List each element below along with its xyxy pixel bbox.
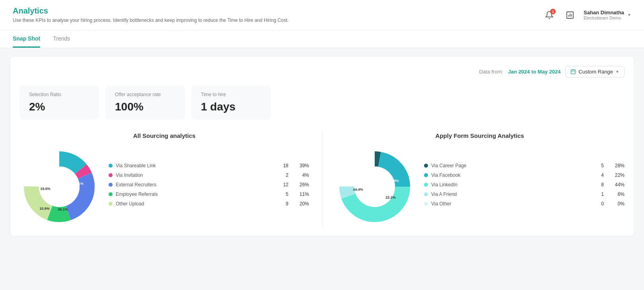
kpi-selection-ratio: Selection Ratio 2% bbox=[19, 85, 99, 120]
kpi-selection-ratio-label: Selection Ratio bbox=[29, 92, 89, 97]
legend-dot bbox=[424, 164, 428, 168]
chevron-down-icon: ▼ bbox=[627, 13, 631, 17]
legend-pct: 22% bbox=[610, 172, 625, 178]
legend-dot bbox=[424, 183, 428, 187]
legend-item: Via A Friend 1 6% bbox=[424, 191, 625, 197]
legend-dot bbox=[109, 192, 113, 196]
legend-count: 12 bbox=[276, 182, 288, 188]
legend-dot bbox=[424, 192, 428, 196]
legend-pct: 39% bbox=[295, 163, 309, 168]
apply-form-sourcing-title: Apply Form Sourcing Analytics bbox=[335, 132, 625, 139]
apply-form-sourcing-content: 27.8% 22.2% 44.4% Via Career Page 5 28% bbox=[335, 147, 625, 226]
legend-dot bbox=[424, 202, 428, 206]
kpi-time-to-hire-value: 1 days bbox=[201, 101, 261, 113]
user-company: Electrobeam Demo bbox=[584, 15, 624, 20]
custom-range-label: Custom Range bbox=[578, 69, 613, 75]
legend-count: 1 bbox=[592, 191, 604, 197]
legend-count: 8 bbox=[592, 182, 604, 188]
all-sourcing-section: All Sourcing analytics bbox=[19, 132, 309, 226]
apply-form-sourcing-donut: 27.8% 22.2% 44.4% bbox=[335, 147, 414, 226]
legend-label: Via Other bbox=[431, 201, 592, 207]
legend-count: 9 bbox=[276, 201, 288, 207]
kpi-selection-ratio-value: 2% bbox=[29, 101, 89, 113]
apply-form-sourcing-section: Apply Form Sourcing Analytics bbox=[335, 132, 625, 226]
legend-item: Via Other 0 0% bbox=[424, 201, 625, 207]
legend-count: 2 bbox=[276, 172, 288, 178]
legend-item: Via Invitation 2 4% bbox=[109, 172, 309, 178]
notification-bell[interactable]: 1 bbox=[542, 8, 556, 22]
all-sourcing-chart-svg: 39.1% 26.1% 10.9% 19.6% bbox=[19, 147, 99, 226]
all-sourcing-title: All Sourcing analytics bbox=[19, 132, 309, 139]
legend-label: Via Facebook bbox=[431, 172, 592, 178]
legend-pct: 26% bbox=[295, 182, 309, 188]
legend-item: Other Upload 9 20% bbox=[109, 201, 309, 207]
main-content: Data from: Jan 2024 to May 2024 Custom R… bbox=[0, 48, 644, 244]
header-right: 1 Sahan Dimnatha Electrobeam Demo ▼ bbox=[542, 8, 631, 22]
legend-label: Via Invitation bbox=[116, 172, 276, 178]
svg-text:27.8%: 27.8% bbox=[389, 179, 399, 183]
page-title: Analytics bbox=[13, 6, 289, 15]
charts-row: All Sourcing analytics bbox=[19, 132, 625, 226]
legend-item: Via Facebook 4 22% bbox=[424, 172, 625, 178]
legend-item: Via LinkedIn 8 44% bbox=[424, 182, 625, 188]
kpi-row: Selection Ratio 2% Offer acceptance rate… bbox=[19, 85, 625, 120]
notification-badge: 1 bbox=[550, 9, 556, 14]
header-description: Use these KPIs to analyse your hiring pr… bbox=[13, 17, 289, 24]
legend-dot bbox=[109, 183, 113, 187]
legend-label: Via LinkedIn bbox=[431, 182, 592, 188]
all-sourcing-content: 39.1% 26.1% 10.9% 19.6% Via Shareable Li… bbox=[19, 147, 309, 226]
legend-item: Via Shareable Link 18 39% bbox=[109, 163, 309, 168]
svg-text:10.9%: 10.9% bbox=[39, 207, 50, 211]
user-name: Sahan Dimnatha bbox=[584, 10, 624, 15]
kpi-time-to-hire: Time to hire 1 days bbox=[191, 85, 271, 120]
apply-form-sourcing-legend: Via Career Page 5 28% Via Facebook 4 22% bbox=[424, 163, 625, 211]
legend-pct: 11% bbox=[295, 191, 309, 197]
all-sourcing-legend: Via Shareable Link 18 39% Via Invitation… bbox=[109, 163, 309, 211]
svg-rect-1 bbox=[571, 70, 576, 74]
chart-bar-icon bbox=[566, 11, 574, 19]
user-menu[interactable]: Sahan Dimnatha Electrobeam Demo ▼ bbox=[584, 10, 631, 20]
legend-label: Via Career Page bbox=[431, 163, 592, 168]
legend-pct: 4% bbox=[295, 172, 309, 178]
legend-dot bbox=[109, 164, 113, 168]
svg-text:22.2%: 22.2% bbox=[385, 195, 396, 199]
data-from-label: Data from: bbox=[479, 69, 503, 75]
legend-item: Via Career Page 5 28% bbox=[424, 163, 625, 168]
legend-count: 4 bbox=[592, 172, 604, 178]
legend-label: External Recruiters bbox=[116, 182, 276, 188]
legend-pct: 6% bbox=[610, 191, 625, 197]
data-from-range: Jan 2024 to May 2024 bbox=[508, 69, 560, 75]
svg-text:26.1%: 26.1% bbox=[58, 207, 68, 211]
legend-item: External Recruiters 12 26% bbox=[109, 182, 309, 188]
svg-text:39.1%: 39.1% bbox=[73, 182, 84, 186]
kpi-time-to-hire-label: Time to hire bbox=[201, 92, 261, 97]
legend-count: 18 bbox=[276, 163, 288, 168]
legend-pct: 0% bbox=[610, 201, 625, 207]
kpi-offer-acceptance-label: Offer acceptance rate bbox=[115, 92, 175, 97]
analytics-card: Data from: Jan 2024 to May 2024 Custom R… bbox=[10, 56, 634, 236]
custom-range-button[interactable]: Custom Range ▼ bbox=[565, 66, 625, 77]
legend-count: 0 bbox=[592, 201, 604, 207]
kpi-offer-acceptance-value: 100% bbox=[115, 101, 175, 113]
legend-dot bbox=[109, 173, 113, 177]
legend-label: Via A Friend bbox=[431, 191, 592, 197]
apply-form-sourcing-chart-svg: 27.8% 22.2% 44.4% bbox=[335, 147, 414, 226]
legend-pct: 44% bbox=[610, 182, 625, 188]
legend-count: 5 bbox=[592, 163, 604, 168]
all-sourcing-donut: 39.1% 26.1% 10.9% 19.6% bbox=[19, 147, 99, 226]
legend-dot bbox=[109, 202, 113, 206]
legend-count: 5 bbox=[276, 191, 288, 197]
legend-item: Employee Referrals 5 11% bbox=[109, 191, 309, 197]
calendar-icon bbox=[570, 69, 576, 74]
report-icon[interactable] bbox=[563, 8, 577, 22]
tab-bar: Snap Shot Trends bbox=[0, 31, 644, 48]
legend-label: Other Upload bbox=[116, 201, 276, 207]
svg-text:44.4%: 44.4% bbox=[353, 188, 363, 191]
dropdown-chevron-icon: ▼ bbox=[615, 70, 619, 74]
legend-pct: 28% bbox=[610, 163, 625, 168]
tab-snapshot[interactable]: Snap Shot bbox=[13, 31, 40, 48]
header: Analytics Use these KPIs to analyse your… bbox=[0, 0, 644, 31]
header-left: Analytics Use these KPIs to analyse your… bbox=[13, 6, 289, 24]
vertical-divider bbox=[322, 132, 322, 226]
tab-trends[interactable]: Trends bbox=[53, 31, 70, 48]
